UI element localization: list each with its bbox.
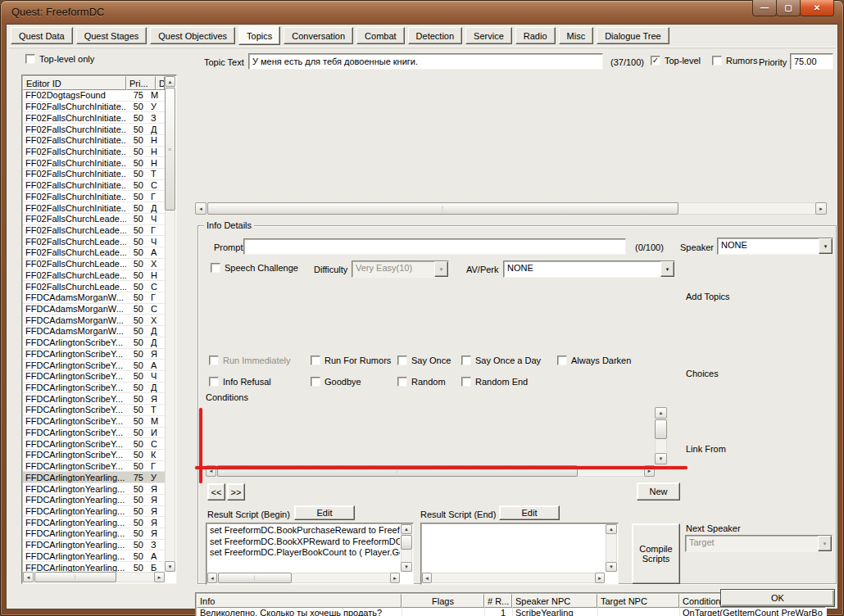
- chevron-down-icon[interactable]: ▼: [819, 238, 833, 254]
- tab[interactable]: Combat: [356, 27, 405, 44]
- vscroll-thumb[interactable]: [401, 535, 412, 550]
- result-script-end-box[interactable]: ▲ ▼ ◄ ►: [420, 523, 619, 585]
- tab[interactable]: Service: [465, 27, 512, 44]
- editor-id-row[interactable]: FFDCArlingtonYearling... 50 А: [23, 550, 166, 562]
- editor-id-row[interactable]: FF02FallsChurchInitiate... 50 Г: [23, 191, 166, 202]
- editor-id-row[interactable]: FF02FallsChurchLeade... 50 Ч: [23, 214, 166, 225]
- editor-id-row[interactable]: FF02FallsChurchInitiate... 50 У: [23, 102, 166, 113]
- editor-id-row[interactable]: FFDCArlingtonScribeY... 50 Я: [23, 349, 166, 360]
- scroll-down-icon[interactable]: ▼: [401, 562, 412, 572]
- editor-id-row[interactable]: FF02FallsChurchLeade... 50 С: [23, 281, 166, 292]
- scroll-up-icon[interactable]: ▲: [165, 76, 175, 87]
- tab[interactable]: Radio: [515, 27, 556, 44]
- scroll-left-icon[interactable]: ◄: [23, 572, 34, 582]
- script-begin-hscrollbar[interactable]: ◄ ⦙ ►: [207, 573, 400, 583]
- editor-id-row[interactable]: FF02FallsChurchInitiate... 50 С: [23, 180, 166, 192]
- result-script-begin-box[interactable]: set FreeformDC.BookPurchaseReward to Fre…: [206, 523, 414, 585]
- flag-checkbox[interactable]: Random End: [461, 377, 528, 387]
- editor-id-row[interactable]: FF02FallsChurchLeade... 50 Х: [23, 259, 166, 270]
- editor-id-row[interactable]: FFDCArlingtonYearling... 75 У: [23, 472, 166, 483]
- ok-button[interactable]: OK: [720, 589, 835, 607]
- column-header-target-npc[interactable]: Target NPC: [597, 594, 679, 608]
- close-button[interactable]: ✕: [800, 0, 834, 16]
- topic-text-input[interactable]: У меня есть для тебя довоенные книги.: [248, 53, 603, 70]
- editor-id-row[interactable]: FF02FallsChurchLeade... 50 Н: [23, 270, 166, 282]
- editor-id-row[interactable]: FF02FallsChurchInitiate... 50 Н: [23, 135, 166, 147]
- scroll-up-icon[interactable]: ▲: [606, 524, 617, 534]
- scroll-down-icon[interactable]: ▼: [655, 453, 667, 464]
- editor-id-row[interactable]: FFDCAdamsMorganW... 50 Г: [23, 292, 166, 304]
- column-header-info[interactable]: Info: [197, 594, 402, 608]
- priority-input[interactable]: 75.00: [790, 53, 833, 70]
- editor-id-row[interactable]: FF02FallsChurchInitiate... 50 Н: [23, 147, 166, 158]
- editor-id-row[interactable]: FFDCArlingtonScribeY... 50 Д: [23, 383, 166, 394]
- editor-id-row[interactable]: FF02FallsChurchInitiate... 50 Д: [23, 124, 166, 135]
- editor-id-row[interactable]: FFDCArlingtonScribeY... 50 Ч: [23, 371, 166, 383]
- prompt-input[interactable]: [243, 238, 626, 255]
- tab[interactable]: Topics: [238, 26, 280, 45]
- editor-id-row[interactable]: FFDCArlingtonScribeY... 50 И: [23, 428, 166, 439]
- hscroll-thumb[interactable]: ⦙: [34, 572, 116, 582]
- vscroll-thumb[interactable]: [655, 419, 667, 439]
- editor-id-row[interactable]: FFDCArlingtonScribeY... 50 А: [23, 360, 166, 371]
- column-header-editor-id[interactable]: Editor ID: [23, 76, 126, 90]
- editor-id-row[interactable]: FFDCArlingtonScribeY... 50 Д: [23, 337, 166, 349]
- editor-id-row[interactable]: FFDCAdamsMorganW... 50 С: [23, 304, 166, 315]
- tab[interactable]: Quest Stages: [76, 27, 147, 44]
- column-header-speaker-npc[interactable]: Speaker NPC: [512, 594, 597, 608]
- flag-checkbox[interactable]: Run For Rumors: [311, 356, 391, 365]
- flag-checkbox[interactable]: Say Once: [397, 356, 451, 365]
- vscroll-thumb[interactable]: ≡: [165, 88, 175, 211]
- script-begin-vscrollbar[interactable]: ▲ ▼: [401, 524, 412, 572]
- scroll-up-icon[interactable]: ▲: [401, 524, 412, 534]
- speech-challenge-checkbox[interactable]: Speech Challenge: [211, 263, 298, 273]
- editor-id-row[interactable]: FF02FallsChurchLeade... 50 Г: [23, 225, 166, 237]
- compile-scripts-button[interactable]: Compile Scripts: [632, 523, 680, 584]
- edit-end-button[interactable]: Edit: [499, 505, 560, 520]
- editor-id-row[interactable]: FFDCAdamsMorganW... 50 Д: [23, 326, 166, 337]
- flag-checkbox[interactable]: Run Immediately: [209, 356, 291, 365]
- new-button[interactable]: New: [637, 482, 680, 500]
- hscroll-thumb[interactable]: ⦙: [218, 573, 292, 583]
- scroll-right-icon[interactable]: ►: [595, 573, 605, 583]
- hscroll-thumb[interactable]: ⦙: [207, 202, 678, 215]
- edit-begin-button[interactable]: Edit: [294, 505, 355, 520]
- scroll-left-icon[interactable]: ◄: [207, 573, 217, 583]
- script-end-vscrollbar[interactable]: ▲ ▼: [606, 524, 617, 572]
- scroll-up-icon[interactable]: ▲: [655, 407, 667, 419]
- tab[interactable]: Quest Objectives: [150, 27, 235, 44]
- speaker-combo[interactable]: NONE ▼: [717, 238, 833, 255]
- flag-checkbox[interactable]: Say Once a Day: [461, 356, 541, 365]
- editor-id-row[interactable]: FFDCArlingtonYearling... 50 Я: [23, 495, 166, 506]
- info-table-hscrollbar[interactable]: ◄ ⦙ ►: [195, 202, 827, 215]
- next-info-button[interactable]: >>: [227, 483, 245, 500]
- scroll-right-icon[interactable]: ►: [815, 202, 827, 215]
- editor-id-row[interactable]: FF02FallsChurchInitiate... 50 Д: [23, 202, 166, 214]
- scroll-down-icon[interactable]: ▼: [606, 562, 617, 572]
- editor-list-vscrollbar[interactable]: ▲ ≡ ▼: [165, 76, 175, 572]
- editor-id-row[interactable]: FFDCArlingtonScribeY... 50 М: [23, 416, 166, 428]
- editor-id-row[interactable]: FFDCArlingtonScribeY... 50 Г: [23, 461, 166, 473]
- tab[interactable]: Detection: [408, 27, 462, 44]
- minimize-button[interactable]: —: [752, 0, 777, 16]
- script-end-hscrollbar[interactable]: ◄ ►: [422, 573, 605, 583]
- flag-checkbox[interactable]: Random: [397, 377, 446, 387]
- scroll-right-icon[interactable]: ►: [154, 572, 165, 582]
- tab[interactable]: Misc: [559, 27, 594, 44]
- editor-list-hscrollbar[interactable]: ◄ ⦙ ►: [23, 572, 165, 582]
- editor-id-row[interactable]: FFDCArlingtonYearling... 50 Я: [23, 517, 166, 528]
- info-row[interactable]: Великолепно. Сколько ты хочешь продать? …: [197, 608, 825, 616]
- scroll-left-icon[interactable]: ◄: [195, 202, 206, 215]
- scroll-down-icon[interactable]: ▼: [165, 561, 175, 572]
- editor-id-row[interactable]: FF02FallsChurchInitiate... 50 Н: [23, 157, 166, 169]
- editor-id-row[interactable]: FFDCArlingtonYearling... 50 Я: [23, 483, 166, 495]
- column-header-responses[interactable]: # R...: [484, 594, 512, 608]
- scroll-right-icon[interactable]: ►: [390, 573, 400, 583]
- maximize-button[interactable]: ▢: [776, 0, 801, 16]
- top-level-checkbox[interactable]: ✓ Top-level: [651, 56, 701, 66]
- flag-checkbox[interactable]: Info Refusal: [209, 377, 271, 387]
- editor-id-row[interactable]: FF02FallsChurchInitiate... 50 З: [23, 112, 166, 124]
- flag-checkbox[interactable]: Always Darken: [557, 356, 631, 365]
- conditions-vscrollbar[interactable]: ▲ ▼: [655, 407, 667, 464]
- editor-id-row[interactable]: FFDCArlingtonYearling... 50 Я: [23, 506, 166, 518]
